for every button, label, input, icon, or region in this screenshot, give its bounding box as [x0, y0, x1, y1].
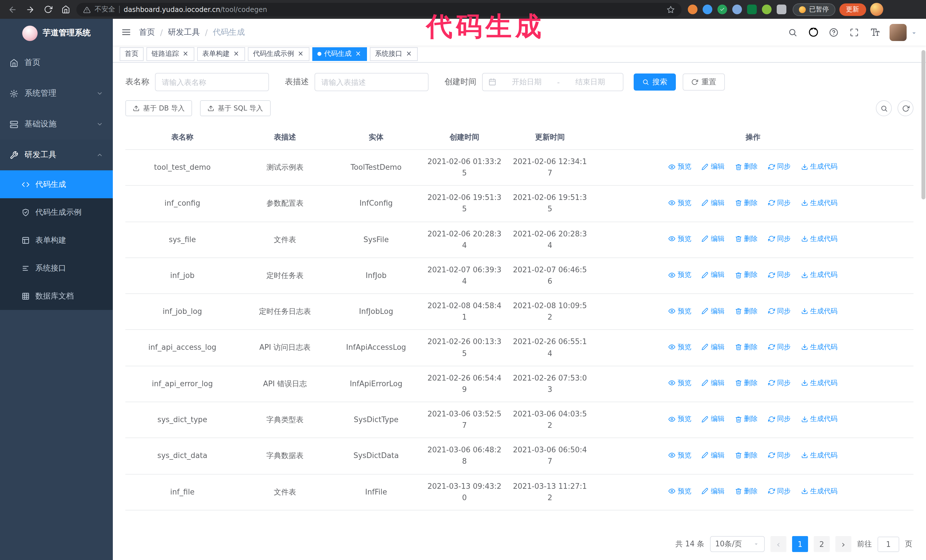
next-page-button[interactable]: ›	[835, 536, 851, 552]
delete-link[interactable]: 删除	[735, 378, 758, 388]
browser-extension-icon[interactable]	[732, 5, 742, 14]
prev-page-button[interactable]: ‹	[770, 536, 787, 552]
delete-link[interactable]: 删除	[735, 306, 758, 316]
sidebar-item-infrastructure[interactable]: 基础设施	[0, 109, 113, 140]
scrollbar-thumb[interactable]	[921, 50, 925, 199]
delete-link[interactable]: 删除	[735, 414, 758, 424]
edit-link[interactable]: 编辑	[702, 342, 725, 352]
browser-extension-icon[interactable]	[762, 5, 772, 14]
delete-link[interactable]: 删除	[735, 342, 758, 352]
browser-profile-avatar[interactable]	[870, 3, 883, 16]
edit-link[interactable]: 编辑	[702, 450, 725, 460]
preview-link[interactable]: 预览	[669, 450, 691, 460]
preview-link[interactable]: 预览	[669, 162, 691, 172]
generate-code-link[interactable]: 生成代码	[801, 234, 838, 244]
tab-system-api[interactable]: 系统接口 ×	[370, 47, 418, 61]
tab-close-icon[interactable]: ×	[233, 50, 240, 57]
tab-home[interactable]: 首页	[120, 47, 144, 61]
fullscreen-icon[interactable]	[845, 23, 863, 42]
edit-link[interactable]: 编辑	[702, 234, 725, 244]
end-date-placeholder[interactable]: 结束日期	[563, 77, 617, 87]
preview-link[interactable]: 预览	[669, 414, 691, 424]
generate-code-link[interactable]: 生成代码	[801, 198, 838, 208]
search-icon[interactable]	[784, 23, 802, 42]
security-label[interactable]: 不安全	[95, 5, 115, 14]
sidebar-item-system-api[interactable]: 系统接口	[0, 254, 113, 282]
preview-link[interactable]: 预览	[669, 342, 691, 352]
edit-link[interactable]: 编辑	[702, 414, 725, 424]
sidebar-item-form-builder[interactable]: 表单构建	[0, 226, 113, 254]
delete-link[interactable]: 删除	[735, 450, 758, 460]
goto-page-input[interactable]	[878, 536, 899, 552]
sidebar-item-db-doc[interactable]: 数据库文档	[0, 282, 113, 310]
preview-link[interactable]: 预览	[669, 306, 691, 316]
sync-link[interactable]: 同步	[768, 414, 791, 424]
sync-link[interactable]: 同步	[768, 198, 791, 208]
delete-link[interactable]: 删除	[735, 234, 758, 244]
page-2-button[interactable]: 2	[814, 536, 830, 552]
import-db-button[interactable]: 基于 DB 导入	[126, 100, 192, 116]
browser-extension-icon[interactable]	[777, 5, 787, 14]
tab-close-icon[interactable]: ×	[354, 50, 362, 57]
sync-link[interactable]: 同步	[768, 270, 791, 280]
start-date-placeholder[interactable]: 开始日期	[500, 77, 554, 87]
edit-link[interactable]: 编辑	[702, 306, 725, 316]
forward-icon[interactable]	[23, 3, 37, 16]
delete-link[interactable]: 删除	[735, 270, 758, 280]
edit-link[interactable]: 编辑	[702, 270, 725, 280]
tab-close-icon[interactable]: ×	[182, 50, 189, 57]
edit-link[interactable]: 编辑	[702, 198, 725, 208]
tab-close-icon[interactable]: ×	[297, 50, 304, 57]
font-size-icon[interactable]	[865, 23, 884, 42]
table-name-input[interactable]	[155, 73, 269, 91]
preview-link[interactable]: 预览	[669, 270, 691, 280]
address-bar[interactable]: 不安全 dashboard.yudao.iocoder.cn/tool/code…	[76, 3, 682, 16]
bookmark-star-icon[interactable]	[667, 5, 675, 14]
delete-link[interactable]: 删除	[735, 162, 758, 172]
edit-link[interactable]: 编辑	[702, 162, 725, 172]
sidebar-item-codegen-example[interactable]: 代码生成示例	[0, 198, 113, 226]
edit-link[interactable]: 编辑	[702, 486, 725, 497]
delete-link[interactable]: 删除	[735, 486, 758, 497]
browser-extension-icon[interactable]	[688, 5, 698, 14]
paused-extension-pill[interactable]: 已暂停	[793, 3, 835, 16]
menu-fold-icon[interactable]	[113, 19, 139, 45]
sync-link[interactable]: 同步	[768, 162, 791, 172]
preview-link[interactable]: 预览	[669, 486, 691, 497]
back-icon[interactable]	[6, 3, 20, 16]
app-logo[interactable]: 芋道管理系统	[0, 19, 113, 47]
tab-close-icon[interactable]: ×	[405, 50, 413, 57]
browser-extension-icon[interactable]	[703, 5, 712, 14]
tab-codegen-example[interactable]: 代码生成示例 ×	[248, 47, 309, 61]
generate-code-link[interactable]: 生成代码	[801, 270, 838, 280]
generate-code-link[interactable]: 生成代码	[801, 414, 838, 424]
sync-link[interactable]: 同步	[768, 342, 791, 352]
generate-code-link[interactable]: 生成代码	[801, 306, 838, 316]
refresh-table-button[interactable]	[897, 100, 914, 116]
search-button[interactable]: 搜索	[634, 74, 676, 91]
page-1-button[interactable]: 1	[792, 536, 808, 552]
tab-form-builder[interactable]: 表单构建 ×	[197, 47, 245, 61]
tab-codegen[interactable]: 代码生成 ×	[312, 47, 367, 61]
edit-link[interactable]: 编辑	[702, 378, 725, 388]
generate-code-link[interactable]: 生成代码	[801, 486, 838, 497]
help-icon[interactable]	[825, 23, 843, 42]
table-desc-input[interactable]	[315, 73, 428, 91]
sync-link[interactable]: 同步	[768, 486, 791, 497]
sync-link[interactable]: 同步	[768, 378, 791, 388]
reset-button[interactable]: 重置	[683, 74, 725, 91]
browser-extension-icon[interactable]	[717, 5, 727, 14]
user-avatar[interactable]	[890, 24, 906, 41]
generate-code-link[interactable]: 生成代码	[801, 342, 838, 352]
sidebar-item-home[interactable]: 首页	[0, 47, 113, 78]
toggle-search-button[interactable]	[876, 100, 892, 116]
breadcrumb-dev-tools[interactable]: 研发工具	[168, 27, 200, 37]
page-size-select[interactable]: 10条/页	[710, 536, 765, 552]
github-icon[interactable]	[804, 23, 822, 42]
date-range-picker[interactable]: 开始日期 - 结束日期	[482, 73, 623, 91]
sync-link[interactable]: 同步	[768, 450, 791, 460]
chrome-update-button[interactable]: 更新	[839, 3, 866, 16]
import-sql-button[interactable]: 基于 SQL 导入	[200, 100, 270, 116]
caret-down-icon[interactable]	[910, 27, 918, 38]
preview-link[interactable]: 预览	[669, 234, 691, 244]
